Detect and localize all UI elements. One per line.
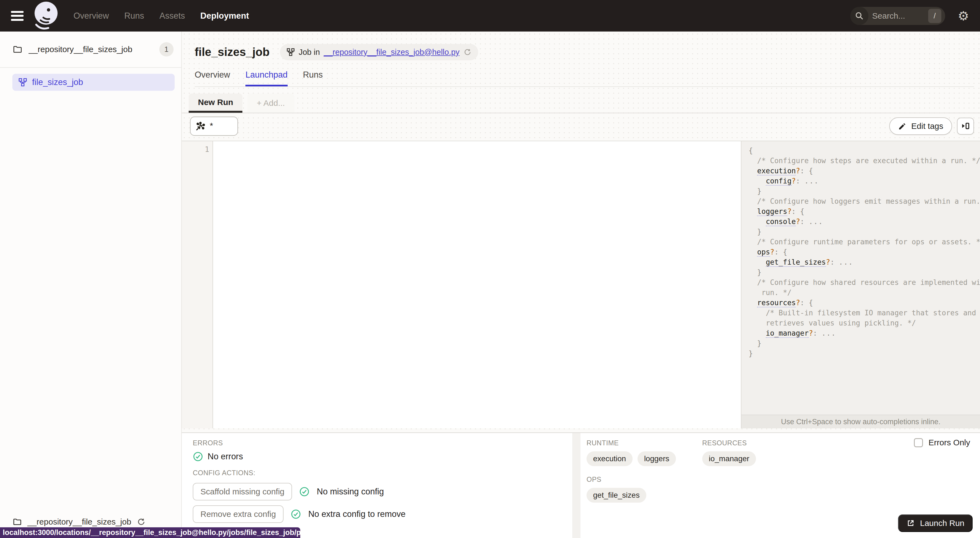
gear-icon[interactable]: ⚙ — [958, 10, 969, 22]
main-content: file_sizes_job Job in __repository__file… — [182, 32, 980, 538]
tag-chip: io_manager — [702, 451, 756, 466]
no-extra-config-status: No extra config to remove — [308, 509, 406, 519]
sidebar-footer-repo-name: __repository__file_sizes_job — [27, 517, 131, 527]
page-title: file_sizes_job — [195, 46, 270, 59]
nav-item-runs[interactable]: Runs — [124, 11, 144, 21]
config-schema-panel: { /* Configure how steps are executed wi… — [741, 141, 980, 428]
job-location-chip: Job in __repository__file_sizes_job@hell… — [280, 44, 478, 60]
folder-icon — [13, 45, 22, 54]
errors-only-checkbox[interactable] — [914, 438, 923, 447]
search-placeholder: Search... — [872, 11, 928, 21]
runtime-label: RUNTIME — [587, 439, 676, 447]
repo-header-row[interactable]: __repository__file_sizes_job 1 — [0, 32, 181, 68]
dagster-logo[interactable] — [32, 1, 59, 31]
panel-right-icon — [961, 121, 970, 131]
op-selector-input[interactable]: * — [190, 116, 238, 136]
search-input[interactable]: Search... / — [850, 7, 945, 25]
bottom-panel-divider — [572, 433, 581, 538]
ops-chips: get_file_sizes — [587, 488, 676, 503]
tags-panel: RUNTIME executionloggers OPS get_file_si… — [581, 433, 980, 538]
config-editor-input[interactable] — [213, 141, 741, 428]
job-chip-prefix: Job in — [299, 48, 320, 57]
tab-launchpad[interactable]: Launchpad — [245, 70, 287, 86]
repo-name: __repository__file_sizes_job — [29, 45, 159, 54]
runtime-column: RUNTIME executionloggers OPS get_file_si… — [587, 439, 676, 512]
repo-count-badge: 1 — [159, 42, 173, 56]
tag-chip: get_file_sizes — [587, 488, 646, 503]
page-tabs: Overview Launchpad Runs — [195, 70, 974, 87]
resources-label: RESOURCES — [702, 439, 756, 447]
repo-location-link[interactable]: __repository__file_sizes_job@hello.py — [324, 48, 460, 57]
tab-overview[interactable]: Overview — [195, 70, 230, 86]
editor-line-gutter: 1 — [182, 141, 213, 428]
folder-icon — [13, 517, 22, 527]
line-number: 1 — [205, 145, 209, 154]
sidebar-footer-repo[interactable]: __repository__file_sizes_job — [13, 517, 146, 527]
errors-only-toggle[interactable]: Errors Only — [914, 438, 970, 447]
sidebar-item-label: file_sizes_job — [32, 77, 83, 87]
launch-icon — [906, 519, 915, 528]
launch-run-label: Launch Run — [920, 519, 964, 528]
op-selector-icon — [196, 121, 205, 131]
launchpad-bottom-panel: ERRORS No errors CONFIG ACTIONS: Scaffol… — [182, 433, 980, 538]
search-shortcut-key: / — [928, 9, 941, 23]
search-icon — [850, 7, 869, 25]
reload-icon[interactable] — [463, 48, 472, 56]
nav-item-deployment[interactable]: Deployment — [200, 11, 249, 21]
collapse-panel-button[interactable] — [957, 118, 974, 135]
resources-column: RESOURCES io_manager — [702, 439, 756, 512]
config-tab-new-run[interactable]: New Run — [189, 94, 242, 113]
launchpad-toolbar: * Edit tags — [182, 113, 980, 138]
job-graph-icon — [286, 48, 295, 56]
hamburger-menu-icon[interactable] — [11, 11, 24, 21]
no-missing-config-status: No missing config — [317, 487, 384, 497]
launchpad-config-tabs: New Run + Add... — [182, 87, 980, 113]
autocomplete-hint: Use Ctrl+Space to show auto-completions … — [741, 415, 980, 428]
config-tab-add[interactable]: + Add... — [247, 94, 294, 113]
browser-status-tooltip: localhost:3000/locations/__repository__f… — [0, 527, 300, 538]
reload-icon[interactable] — [137, 517, 146, 526]
errors-only-label: Errors Only — [928, 438, 970, 447]
op-selector-value: * — [210, 121, 213, 131]
status-url: localhost:3000/locations/__repository__f… — [3, 528, 337, 537]
tag-chip: execution — [587, 451, 633, 466]
scaffold-missing-config-button[interactable]: Scaffold missing config — [193, 483, 292, 500]
errors-panel: ERRORS No errors CONFIG ACTIONS: Scaffol… — [182, 433, 572, 538]
ops-label: OPS — [587, 476, 676, 484]
config-actions-label: CONFIG ACTIONS: — [193, 469, 572, 477]
resources-chips: io_manager — [702, 451, 756, 466]
nav-item-overview[interactable]: Overview — [73, 11, 109, 21]
left-sidebar: __repository__file_sizes_job 1 file_size… — [0, 32, 182, 538]
check-circle-icon — [193, 451, 203, 462]
errors-label: ERRORS — [193, 439, 572, 447]
config-schema-lines: { /* Configure how steps are executed wi… — [741, 141, 980, 415]
check-circle-icon — [299, 487, 310, 497]
remove-extra-config-button[interactable]: Remove extra config — [193, 505, 283, 523]
edit-tags-button[interactable]: Edit tags — [889, 117, 952, 135]
nav-item-assets[interactable]: Assets — [159, 11, 185, 21]
config-editor-section: 1 { /* Configure how steps are executed … — [182, 141, 980, 428]
pencil-icon — [898, 122, 907, 131]
check-circle-icon — [291, 509, 301, 519]
top-nav: Overview Runs Assets Deployment Search..… — [0, 0, 980, 32]
tag-chip: loggers — [638, 451, 676, 466]
page-header: file_sizes_job Job in __repository__file… — [182, 32, 980, 87]
no-errors-status: No errors — [208, 452, 243, 462]
edit-tags-label: Edit tags — [911, 121, 943, 131]
runtime-chips: executionloggers — [587, 451, 676, 466]
sidebar-item-file-sizes-job[interactable]: file_sizes_job — [12, 74, 175, 91]
launch-run-button[interactable]: Launch Run — [898, 514, 973, 532]
primary-nav: Overview Runs Assets Deployment — [73, 11, 249, 21]
tab-runs[interactable]: Runs — [303, 70, 323, 86]
job-graph-icon — [18, 78, 27, 87]
